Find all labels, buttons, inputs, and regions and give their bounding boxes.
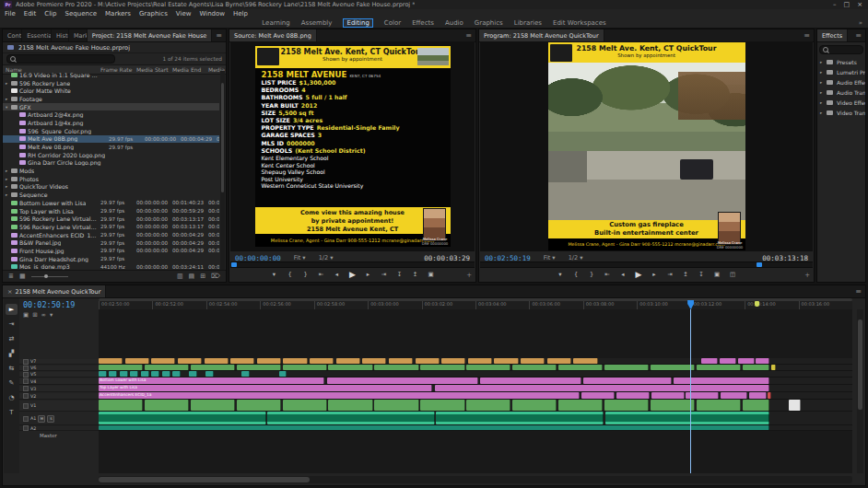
timeline-clip[interactable] [145, 365, 189, 370]
menu-view[interactable]: View [176, 10, 192, 17]
maximize-button[interactable]: □ [844, 1, 850, 8]
snap-icon[interactable]: ⊞ [32, 311, 37, 319]
play-button[interactable]: ▶ [633, 270, 644, 279]
chevron-right-icon[interactable]: ▸ [820, 110, 825, 115]
timeline-clip[interactable] [99, 400, 143, 411]
timeline-clip[interactable]: Bottom Lower with Lisa [99, 378, 324, 384]
go-to-out-button[interactable]: ⇥ [379, 271, 390, 278]
timeline-clip[interactable] [205, 371, 214, 377]
timeline-clip[interactable] [162, 371, 170, 377]
timeline-clip[interactable] [701, 358, 718, 364]
effects-folder[interactable]: ▸Audio Effects [817, 77, 865, 87]
timeline-clip[interactable] [191, 400, 235, 411]
source-playhead[interactable] [231, 262, 237, 267]
timeline-clip[interactable] [267, 412, 435, 424]
timeline-clip[interactable]: AccentEnhancers ECID_1a [99, 392, 580, 399]
project-item-row[interactable]: 596_Square_Color.png [3, 127, 219, 135]
project-item-row[interactable]: 596 Rockery Lane Virtual Tour29.97 fps00… [3, 215, 219, 223]
timeline-clip[interactable] [327, 378, 478, 384]
timeline-clip[interactable] [480, 378, 581, 384]
project-item-row[interactable]: Artboard 2@4x.png [3, 110, 219, 119]
menu-sequence[interactable]: Sequence [65, 10, 98, 17]
panel-menu-icon[interactable]: ≡ [462, 29, 475, 41]
project-item-row[interactable]: ▸Photos [3, 175, 219, 183]
chevron-right-icon[interactable]: ▸ [820, 70, 825, 75]
panel-tab-essential-graphics[interactable]: Essential Graphics [22, 29, 52, 41]
close-button[interactable]: × [857, 1, 862, 8]
effects-folder[interactable]: ▸Video Transitions [817, 108, 865, 118]
effects-folder[interactable]: ▸Lumetri Presets [817, 67, 865, 77]
new-item-button[interactable]: ⊞ [200, 273, 205, 280]
timeline-clip[interactable] [130, 371, 138, 377]
timeline-clip[interactable] [145, 400, 189, 411]
timeline-vscrollbar[interactable] [857, 309, 863, 473]
project-item-row[interactable]: ▸Sequence [3, 191, 219, 199]
timeline-clip[interactable] [558, 400, 603, 411]
project-item-row[interactable]: Front House.jpg29.97 fps00:00:00:0000:00… [3, 247, 219, 255]
step-back-button[interactable]: ◂ [332, 271, 343, 278]
icon-view-button[interactable]: ▦ [19, 273, 26, 280]
timeline-clip[interactable] [283, 400, 327, 411]
timeline-clip[interactable]: Top Layer with Lisa [99, 385, 432, 391]
timeline-clip[interactable] [494, 358, 518, 364]
track-lock-icon[interactable] [23, 372, 29, 378]
timeline-clip[interactable] [466, 400, 510, 411]
workspace-tab-color[interactable]: Color [384, 19, 401, 27]
timeline-clip[interactable] [374, 400, 418, 411]
project-breadcrumb[interactable]: 2158 Melt Avenue Fake House.prproj [18, 44, 130, 52]
panel-tab-markers[interactable]: Markers [69, 29, 88, 41]
mark-in-button[interactable]: { [285, 271, 296, 278]
timeline-clip[interactable] [743, 365, 769, 370]
timeline-clip[interactable] [237, 365, 281, 370]
extract-button[interactable]: ↧ [696, 271, 707, 278]
mark-in-button[interactable]: { [570, 271, 581, 278]
timeline-tab[interactable]: × 2158 Melt Avenue QuickTour [3, 285, 106, 297]
source-seekbar[interactable] [230, 261, 475, 268]
timeline-clip[interactable] [674, 378, 769, 384]
project-item-row[interactable]: 16:9 Video in 1:1 Square Timeline [3, 71, 219, 79]
mark-out-button[interactable]: } [586, 271, 597, 278]
timeline-clip[interactable] [283, 365, 327, 370]
automate-to-sequence-button[interactable]: ▥ [177, 273, 183, 280]
timeline-clip[interactable] [141, 371, 149, 377]
timeline-clip[interactable] [237, 400, 281, 411]
program-zoom-select[interactable]: Fit ▾ [544, 254, 556, 261]
workspace-overflow-icon[interactable]: » [859, 19, 862, 27]
track-header-v3[interactable]: V3 [19, 386, 99, 392]
track-header-a2[interactable]: A2 [19, 426, 99, 431]
workspace-tab-editing[interactable]: Editing [343, 18, 372, 28]
timeline-clip[interactable] [205, 358, 229, 364]
timeline-clip[interactable] [581, 392, 615, 399]
go-to-in-button[interactable]: ⇤ [316, 271, 327, 278]
workspace-tab-learning[interactable]: Learning [262, 19, 289, 27]
effects-folder[interactable]: ▸Presets [817, 57, 865, 67]
comparison-view-button[interactable]: ◫ [727, 271, 738, 278]
timeline-clip[interactable] [99, 365, 143, 370]
sequence-marker[interactable] [755, 301, 759, 307]
timeline-clip[interactable] [172, 371, 181, 377]
source-resolution-select[interactable]: 1/2 ▾ [319, 254, 334, 261]
timeline-clip[interactable] [310, 358, 334, 364]
mute-button[interactable]: M [38, 415, 45, 423]
timeline-clip[interactable] [768, 392, 771, 399]
timeline-clip[interactable] [468, 358, 492, 364]
go-to-in-button[interactable]: ⇤ [602, 271, 613, 278]
list-view-button[interactable]: ≣ [8, 273, 14, 280]
project-item-row[interactable]: AccentEnhancers ECID_1a.png29.97 fps00:0… [3, 231, 219, 239]
timeline-clip[interactable] [436, 412, 604, 424]
panel-menu-icon[interactable]: ≡ [851, 285, 865, 297]
timeline-clip[interactable] [151, 371, 159, 377]
project-item-row[interactable]: Artboard 1@4x.png [3, 119, 219, 127]
project-item-row[interactable]: Melt Ave 08.png29.97 fps [3, 143, 219, 151]
track-header-v5[interactable]: V5 [19, 372, 99, 378]
workspace-tab-graphics[interactable]: Graphics [475, 19, 503, 27]
track-header-a1[interactable]: A1MS [19, 412, 99, 425]
timeline-clip[interactable] [547, 358, 571, 364]
program-tab[interactable]: Program: 2158 Melt Avenue QuickTour [479, 29, 604, 41]
effects-folder[interactable]: ▸Audio Transitions [817, 87, 865, 98]
timeline-clip[interactable] [120, 371, 128, 377]
timeline-clip[interactable] [125, 358, 149, 364]
timeline-clip[interactable] [756, 358, 769, 364]
project-item-row[interactable]: ▸QuickTour Videos [3, 183, 219, 192]
timeline-clip[interactable] [230, 358, 254, 364]
